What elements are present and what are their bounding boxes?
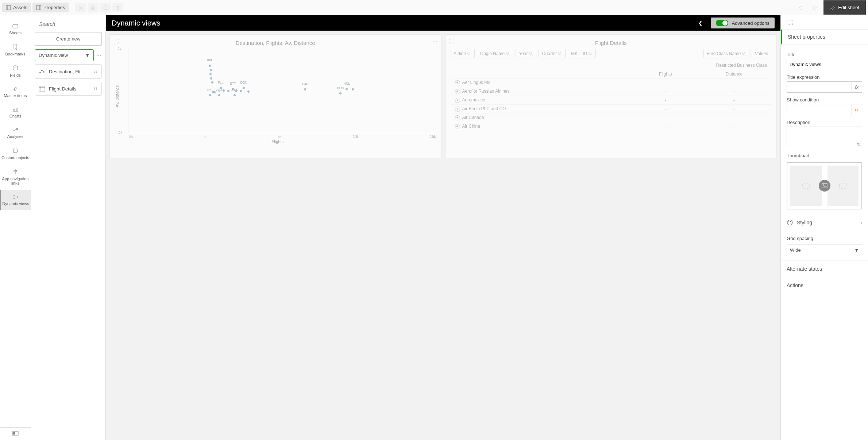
scatter-chart-card[interactable]: ⛶ ⋯ Destination, Flights, Av. Distance A…	[109, 34, 441, 158]
chart-item-scatter[interactable]: Destination, Fli... ⠿	[35, 64, 102, 79]
svg-rect-36	[803, 183, 809, 188]
more-options-button[interactable]: ⋯	[96, 52, 102, 59]
svg-point-27	[529, 52, 532, 54]
placeholder-icon	[839, 183, 846, 189]
nav-rail-bottom	[0, 427, 31, 440]
actions-accordion[interactable]: Actions	[781, 277, 868, 293]
table-row[interactable]: +Air China--	[451, 122, 772, 131]
back-button[interactable]: ❮	[695, 20, 706, 26]
drag-handle-icon[interactable]: ⠿	[94, 86, 98, 92]
chevron-down-icon: ▼	[854, 247, 859, 253]
show-cond-input[interactable]	[787, 104, 852, 115]
svg-line-28	[532, 54, 533, 55]
palette-icon	[787, 219, 793, 226]
fx-button[interactable]: fx	[852, 81, 862, 93]
puzzle-icon	[12, 147, 19, 154]
properties-tab[interactable]: Properties	[32, 3, 69, 12]
title-label: Title	[787, 52, 862, 57]
copy-button[interactable]	[88, 3, 99, 12]
panel-right-icon	[36, 5, 41, 10]
nav-dynamic-views[interactable]: Dynamic views	[0, 190, 31, 210]
link-icon	[12, 86, 18, 92]
table-row[interactable]: +Aeromexico--	[451, 96, 772, 105]
filter-chip[interactable]: Fare Class Name	[703, 49, 749, 58]
svg-rect-2	[36, 5, 41, 10]
toggle-switch[interactable]	[716, 20, 728, 26]
table-row[interactable]: +Air Berlin PLC and CO--	[451, 105, 772, 113]
table-row[interactable]: +Aer Lingus Plc--	[451, 78, 772, 87]
filter-chip[interactable]: MKT_ID	[568, 49, 596, 58]
expand-icon[interactable]: ⛶	[113, 38, 119, 44]
svg-point-18	[41, 70, 43, 71]
filter-chip[interactable]: Year	[516, 49, 536, 58]
fx-button[interactable]: fx	[852, 104, 862, 115]
title-input[interactable]	[787, 59, 862, 70]
grid-spacing-select[interactable]: Wide ▼	[787, 244, 862, 256]
table-chart-card[interactable]: ⛶ Flight Details Airline Origin Name Yea…	[445, 34, 777, 158]
image-icon	[822, 183, 828, 188]
svg-point-40	[787, 220, 792, 225]
svg-line-30	[561, 54, 562, 55]
analyses-icon	[12, 127, 19, 133]
search-input[interactable]	[39, 21, 104, 27]
nav-bookmarks[interactable]: Bookmarks	[0, 39, 31, 61]
styling-accordion[interactable]: Styling ›	[781, 214, 868, 231]
svg-point-8	[13, 66, 18, 67]
panel-icon	[6, 5, 11, 10]
svg-point-39	[823, 185, 824, 186]
fx-icon[interactable]: fx	[857, 142, 860, 147]
filter-chip[interactable]: Values	[752, 49, 771, 58]
dynamic-view-select[interactable]: Dynamic view ▼	[35, 49, 94, 61]
nav-analyses[interactable]: Analyses	[0, 123, 31, 143]
svg-line-32	[591, 54, 592, 55]
title-expr-input[interactable]	[787, 81, 852, 93]
y-axis-label: Av. Distance	[115, 49, 119, 144]
sheet-title: Dynamic views	[112, 19, 690, 27]
svg-rect-38	[822, 184, 827, 188]
thumbnail-label: Thumbnail	[787, 153, 862, 158]
delete-button[interactable]	[112, 3, 123, 12]
show-cond-label: Show condition	[787, 97, 862, 103]
grid-spacing-label: Grid spacing	[787, 236, 862, 241]
drag-handle-icon[interactable]: ⠿	[94, 69, 98, 74]
nav-app-links[interactable]: App navigation links	[0, 164, 31, 190]
thumbnail-image-button[interactable]	[819, 180, 830, 192]
svg-point-31	[589, 52, 591, 54]
edit-sheet-button[interactable]: Edit sheet	[823, 0, 866, 15]
bar-chart-icon	[12, 107, 18, 112]
svg-point-17	[39, 72, 41, 73]
redo-icon	[813, 5, 818, 11]
create-new-button[interactable]: Create new	[35, 32, 102, 46]
scatter-chart-icon	[39, 68, 45, 75]
nav-charts[interactable]: Charts	[0, 102, 31, 123]
paste-button[interactable]	[100, 3, 111, 12]
sheets-icon	[12, 23, 19, 29]
chart-more-button[interactable]: ⋯	[432, 38, 437, 44]
nav-custom-objects[interactable]: Custom objects	[0, 143, 31, 164]
filter-chip[interactable]: Origin Name	[477, 49, 513, 58]
cut-button[interactable]	[75, 3, 86, 12]
svg-rect-9	[13, 109, 14, 112]
nav-sheets[interactable]: Sheets	[0, 19, 31, 39]
table-row[interactable]: +Air Canada--	[451, 113, 772, 122]
undo-icon	[798, 5, 804, 11]
expand-icon[interactable]: ⛶	[449, 38, 454, 44]
x-axis-ticks: -5k05k10k15k	[128, 135, 436, 139]
nav-master-items[interactable]: Master items	[0, 82, 31, 102]
sheet-outline-icon	[787, 20, 793, 25]
placeholder-icon	[802, 183, 810, 189]
description-input[interactable]	[787, 127, 862, 147]
alternate-states-accordion[interactable]: Alternate states	[781, 260, 868, 277]
undo-button[interactable]	[794, 3, 807, 13]
nav-fields[interactable]: Fields	[0, 61, 31, 82]
pencil-icon	[830, 5, 835, 10]
table-row[interactable]: +Aeroflot Russian Airlines--	[451, 87, 772, 96]
filter-chip[interactable]: Quarter	[539, 49, 566, 58]
filter-chip[interactable]: Airline	[451, 49, 475, 58]
svg-rect-6	[104, 6, 107, 9]
svg-rect-11	[17, 109, 18, 112]
chart-item-table[interactable]: Flight Details ⠿	[35, 82, 102, 96]
assets-tab[interactable]: Assets	[2, 3, 31, 12]
redo-button[interactable]	[809, 3, 822, 13]
advanced-options-toggle[interactable]: Advanced options	[711, 18, 775, 28]
